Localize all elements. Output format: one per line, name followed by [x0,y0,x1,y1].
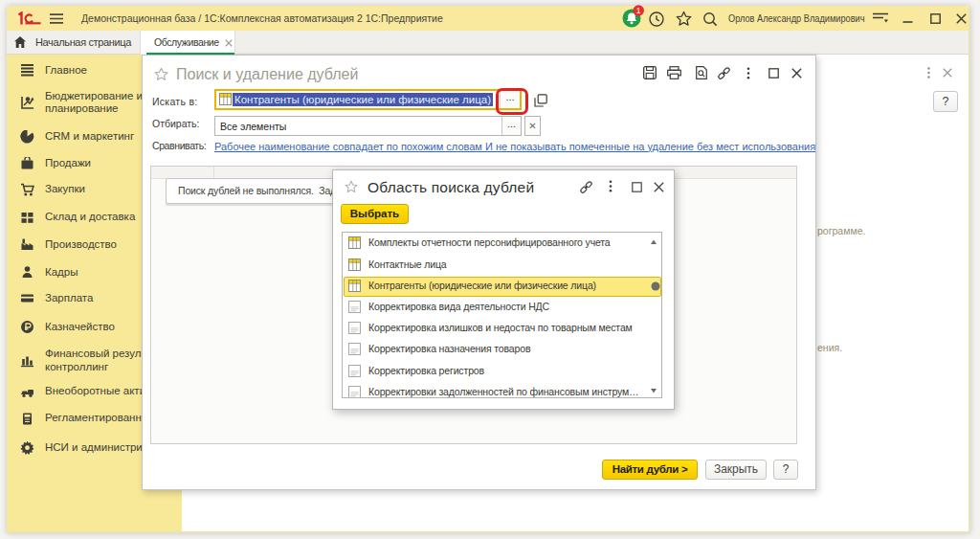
svg-text:1: 1 [636,6,641,15]
